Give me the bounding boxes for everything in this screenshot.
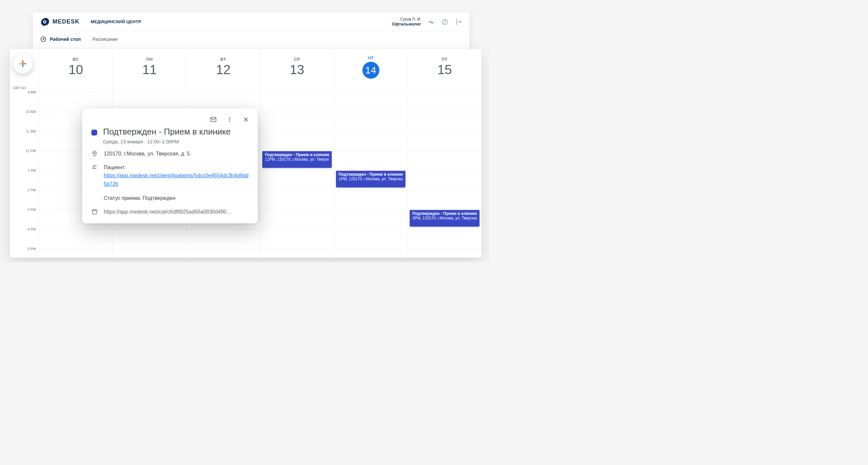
- popover-title: Подтвержден - Прием в клинике: [103, 127, 230, 137]
- svg-point-16: [229, 119, 230, 120]
- popover-source-row: https://app.medesk.net/ical/c6df8925ad56…: [82, 202, 258, 216]
- hour-line: [260, 92, 334, 92]
- hour-line: [334, 249, 407, 249]
- email-button[interactable]: [208, 114, 219, 125]
- calendar-icon: [91, 208, 98, 215]
- day-name: ПН: [147, 57, 153, 62]
- popover-location: 120170, г.Москва, ул. Тверская, д. 5: [104, 150, 190, 158]
- hour-line: [408, 131, 482, 132]
- event-fri[interactable]: Подтвержден - Прием в клинике 3PM, 12017…: [410, 210, 479, 227]
- day-col-wed[interactable]: СР 13: [260, 49, 334, 85]
- hour-line: [408, 112, 482, 112]
- nav-dashboard[interactable]: Рабочий стол: [40, 36, 81, 42]
- day-col-fri[interactable]: ПТ 15: [408, 49, 482, 85]
- patient-link[interactable]: https://app.medesk.net/client/#patients/…: [104, 173, 249, 187]
- hour-line: [408, 151, 482, 151]
- grid-col-fri[interactable]: Подтвержден - Прием в клинике 3PM, 12017…: [408, 85, 482, 258]
- hour-line: [408, 92, 482, 92]
- hour-line: [39, 249, 113, 249]
- hour-line: [260, 112, 334, 112]
- nav-dashboard-label: Рабочий стол: [50, 36, 81, 42]
- medesk-header-card: MEDESK МЕДИЦИНСКИЙ ЦЕНТР Сухов П. И. Офт…: [33, 12, 470, 55]
- svg-point-2: [430, 21, 430, 22]
- popover-title-row: Подтвержден - Прием в клинике Среда, 13 …: [82, 125, 258, 144]
- user-block[interactable]: Сухов П. И. Офтальмолог: [392, 17, 421, 26]
- clinic-name: МЕДИЦИНСКИЙ ЦЕНТР: [91, 19, 141, 24]
- day-num: 14: [365, 65, 376, 76]
- hour-label: 10 AM: [12, 110, 36, 114]
- popover-description-row: Пациент: https://app.medesk.net/client/#…: [82, 158, 258, 202]
- day-num: 11: [142, 62, 157, 77]
- hour-line: [260, 151, 334, 151]
- close-button[interactable]: [240, 114, 252, 125]
- svg-point-17: [229, 121, 230, 122]
- day-col-tue[interactable]: ВТ 12: [187, 49, 260, 85]
- user-name: Сухов П. И.: [392, 17, 421, 22]
- create-button[interactable]: [13, 54, 33, 74]
- svg-point-18: [94, 152, 95, 153]
- hour-line: [334, 92, 407, 92]
- gauge-icon: [40, 36, 46, 42]
- hour-label: 12 PM: [12, 149, 36, 153]
- header-row-2: Рабочий стол Расписание: [33, 31, 469, 47]
- header-right: Сухов П. И. Офтальмолог: [392, 17, 462, 26]
- description-icon: [91, 164, 98, 171]
- day-col-mon[interactable]: ПН 11: [113, 49, 187, 85]
- day-name: ВС: [73, 57, 79, 62]
- ical-url: https://app.medesk.net/ical/c6df8925ad56…: [104, 208, 231, 216]
- hour-line: [408, 210, 482, 210]
- hour-line: [334, 112, 407, 112]
- user-role: Офтальмолог: [392, 22, 421, 26]
- svg-rect-13: [20, 63, 24, 64]
- svg-point-3: [431, 21, 431, 22]
- svg-point-9: [43, 39, 44, 40]
- nav-schedule[interactable]: Расписание: [93, 36, 118, 42]
- hour-label: 11 AM: [12, 129, 36, 133]
- hour-line: [334, 190, 407, 191]
- event-wed[interactable]: Подтвержден - Прием в клинике 12PM, 1201…: [262, 151, 332, 168]
- day-name: СР: [294, 57, 300, 62]
- mask-icon[interactable]: [428, 18, 435, 26]
- grid-col-wed[interactable]: Подтвержден - Прием в клинике 12PM, 1201…: [260, 85, 334, 258]
- hour-line: [113, 249, 186, 249]
- hour-line: [113, 229, 186, 230]
- popover-subtitle: Среда, 13 января · 12:00–1:00PM: [103, 139, 230, 144]
- hour-line: [187, 92, 260, 92]
- more-button[interactable]: [224, 114, 236, 125]
- hour-line: [260, 190, 334, 191]
- event-detail: 12PM, 120170, г.Москва, ул. Тверская: [265, 157, 329, 162]
- hour-line: [187, 249, 260, 249]
- hour-line: [408, 249, 482, 249]
- hour-label: 2 PM: [12, 188, 36, 192]
- header-row-1: MEDESK МЕДИЦИНСКИЙ ЦЕНТР Сухов П. И. Офт…: [33, 12, 469, 31]
- logout-icon[interactable]: [455, 18, 462, 26]
- popover-location-row: 120170, г.Москва, ул. Тверская, д. 5: [82, 144, 258, 158]
- popover-actions: [82, 109, 258, 125]
- hour-line: [334, 210, 407, 210]
- event-title: Подтвержден - Прием в клинике: [339, 172, 403, 177]
- event-detail: 1PM, 120170, г.Москва, ул. Тверская: [339, 177, 403, 181]
- hour-line: [334, 151, 407, 151]
- day-name: ВТ: [220, 57, 226, 62]
- day-col-thu[interactable]: ЧТ 14: [334, 49, 408, 85]
- brand-text: MEDESK: [53, 18, 80, 25]
- dots-vertical-icon: [226, 116, 233, 123]
- svg-point-4: [432, 22, 432, 23]
- hour-label: 5 PM: [12, 247, 36, 251]
- event-color-swatch: [91, 129, 97, 136]
- hour-line: [408, 190, 482, 191]
- brand-logo[interactable]: MEDESK: [40, 17, 80, 26]
- event-popover: Подтвержден - Прием в клинике Среда, 13 …: [82, 109, 258, 223]
- hour-label: 4 PM: [12, 227, 36, 231]
- day-col-sun[interactable]: ВС 10: [39, 49, 113, 85]
- grid-col-thu[interactable]: Подтвержден - Прием в клинике 1PM, 12017…: [334, 85, 408, 258]
- plus-icon: [18, 59, 28, 68]
- hour-line: [113, 92, 186, 92]
- hour-line: [187, 229, 260, 230]
- hour-label: 3 PM: [12, 208, 36, 212]
- help-icon[interactable]: [441, 18, 448, 26]
- event-thu[interactable]: Подтвержден - Прием в клинике 1PM, 12017…: [336, 171, 405, 187]
- svg-point-5: [433, 22, 433, 23]
- popover-description: Пациент: https://app.medesk.net/client/#…: [104, 163, 249, 202]
- hour-line: [260, 131, 334, 132]
